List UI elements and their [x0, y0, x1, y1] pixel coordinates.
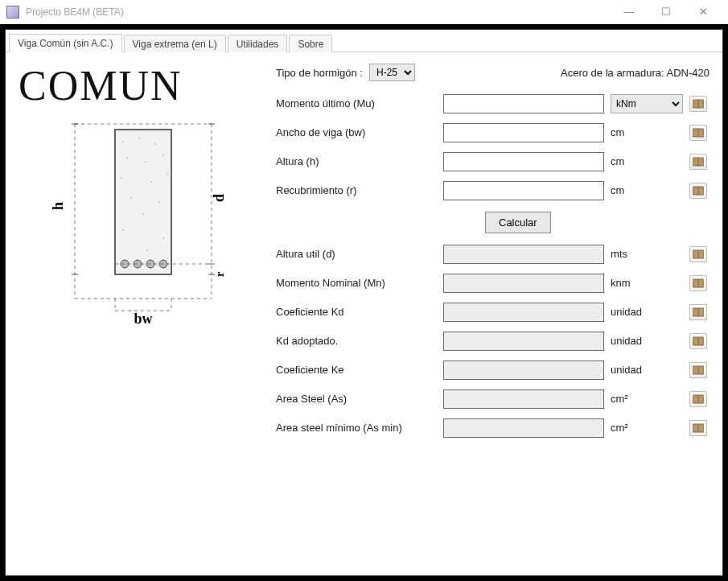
- svg-point-20: [122, 229, 124, 231]
- unit-ke: unidad: [611, 364, 683, 376]
- help-ke-button[interactable]: [689, 362, 707, 378]
- tabbar: Viga Común (sin A.C.) Viga extrema (en L…: [6, 30, 722, 52]
- beam-diagram: h d r bw: [43, 117, 244, 327]
- unit-kd: unidad: [611, 306, 683, 318]
- unit-mn: knm: [611, 277, 683, 289]
- svg-text:bw: bw: [134, 311, 152, 327]
- output-ke: [443, 361, 604, 380]
- label-kd: Coeficiente Kd: [276, 306, 437, 318]
- svg-point-15: [150, 181, 152, 183]
- output-as-min: [443, 418, 604, 438]
- label-as: Area Steel (As): [276, 393, 437, 405]
- concrete-type-select[interactable]: H-25: [369, 64, 415, 81]
- label-h: Altura (h): [276, 155, 437, 167]
- svg-point-18: [158, 201, 160, 203]
- help-r-button[interactable]: [689, 183, 707, 199]
- svg-point-8: [122, 141, 124, 142]
- calculate-button[interactable]: Calcular: [485, 212, 551, 233]
- label-r: Recubrimiento (r): [276, 184, 437, 196]
- tab-utilidades[interactable]: Utilidades: [228, 35, 288, 52]
- svg-point-16: [167, 173, 168, 175]
- svg-point-11: [126, 157, 128, 159]
- help-as-button[interactable]: [689, 391, 707, 407]
- maximize-button[interactable]: ☐: [648, 0, 685, 24]
- label-mu: Momento último (Mu): [276, 97, 437, 109]
- help-mn-button[interactable]: [689, 275, 707, 291]
- output-as: [443, 389, 604, 409]
- help-kd-button[interactable]: [689, 304, 707, 320]
- input-r[interactable]: [443, 181, 604, 200]
- input-h[interactable]: [443, 152, 604, 171]
- svg-point-19: [142, 213, 144, 215]
- svg-point-9: [138, 138, 140, 139]
- input-bw[interactable]: [443, 123, 604, 142]
- svg-point-17: [130, 197, 132, 199]
- tab-viga-comun[interactable]: Viga Común (sin A.C.): [9, 34, 122, 52]
- minimize-button[interactable]: —: [611, 0, 648, 24]
- label-as-min: Area steel mínimo (As min): [276, 422, 437, 434]
- output-kd-adopt: [443, 332, 604, 351]
- unit-as: cm²: [611, 393, 683, 405]
- rebar-steel-label: Acero de la armadura: ADN-420: [561, 67, 709, 79]
- concrete-type-label: Tipo de hormigón :: [276, 67, 363, 79]
- help-kd-adopt-button[interactable]: [689, 333, 707, 349]
- label-bw: Ancho de viga (bw): [276, 126, 437, 138]
- svg-point-12: [145, 161, 146, 163]
- svg-point-22: [146, 249, 148, 251]
- label-ke: Coeficiente Ke: [276, 364, 437, 376]
- help-as-min-button[interactable]: [689, 420, 707, 436]
- unit-h: cm: [611, 155, 683, 167]
- label-kd-adopt: Kd adoptado.: [276, 335, 437, 347]
- output-kd: [443, 303, 604, 322]
- svg-rect-7: [115, 130, 171, 274]
- help-bw-button[interactable]: [689, 125, 707, 141]
- svg-text:h: h: [50, 202, 66, 210]
- page-title: COMUN: [19, 62, 260, 109]
- input-mu[interactable]: [443, 94, 604, 113]
- svg-point-13: [162, 155, 164, 156]
- svg-text:d: d: [211, 194, 227, 202]
- titlebar: Projecto BE4M (BETA) — ☐ ✕: [0, 0, 728, 24]
- unit-mu-select[interactable]: kNm: [611, 94, 683, 113]
- svg-text:r: r: [214, 272, 226, 277]
- output-d: [443, 245, 604, 264]
- output-mn: [443, 274, 604, 293]
- unit-kd-adopt: unidad: [611, 335, 683, 347]
- label-mn: Momento Nominal (Mn): [276, 277, 437, 289]
- svg-point-14: [121, 177, 122, 179]
- label-d: Altura util (d): [276, 248, 437, 260]
- unit-r: cm: [611, 184, 683, 196]
- help-h-button[interactable]: [689, 154, 707, 170]
- svg-point-21: [162, 237, 164, 239]
- window-title: Projecto BE4M (BETA): [26, 6, 124, 18]
- svg-point-10: [154, 143, 156, 145]
- tab-sobre[interactable]: Sobre: [289, 35, 332, 52]
- app-icon: [6, 6, 19, 19]
- unit-bw: cm: [611, 126, 683, 138]
- close-button[interactable]: ✕: [685, 0, 722, 24]
- help-d-button[interactable]: [689, 246, 707, 262]
- tab-viga-extrema[interactable]: Viga extrema (en L): [124, 35, 226, 52]
- unit-d: mts: [611, 248, 683, 260]
- help-mu-button[interactable]: [689, 96, 707, 112]
- unit-as-min: cm²: [611, 422, 683, 434]
